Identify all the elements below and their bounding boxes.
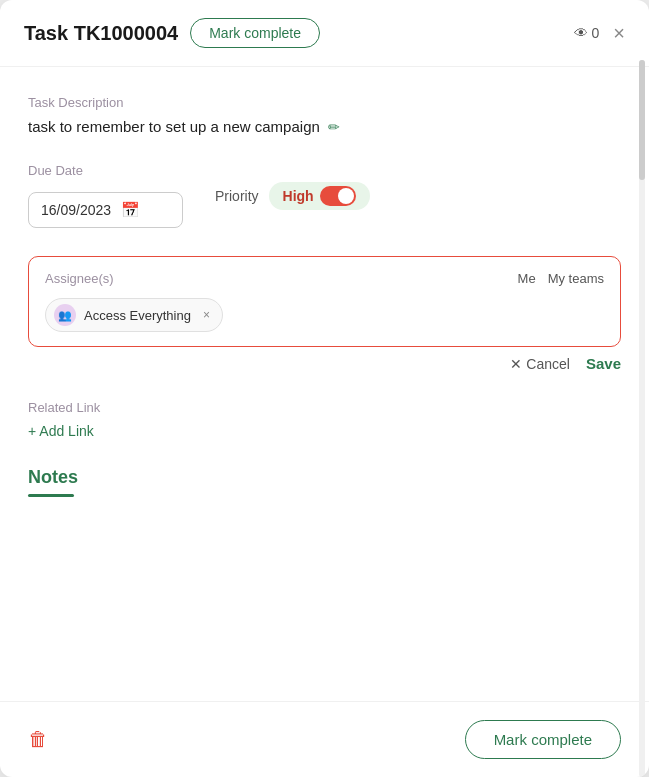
assignees-box: Assignee(s) Me My teams 👥 Access Everyth…: [28, 256, 621, 347]
notes-section: Notes: [28, 467, 621, 497]
me-link[interactable]: Me: [518, 271, 536, 286]
add-link-button[interactable]: + Add Link: [28, 423, 94, 439]
modal-header: Task TK1000004 Mark complete 👁 0 ×: [0, 0, 649, 67]
delete-button[interactable]: 🗑: [28, 728, 48, 751]
header-right: 👁 0 ×: [574, 23, 625, 43]
date-priority-row: Due Date 16/09/2023 📅 Priority High: [28, 163, 621, 228]
avatar-icon: 👥: [58, 309, 72, 322]
assignee-tag: 👥 Access Everything ×: [45, 298, 223, 332]
priority-badge: High: [269, 182, 370, 210]
notes-title: Notes: [28, 467, 621, 488]
related-link-label: Related Link: [28, 400, 621, 415]
my-teams-link[interactable]: My teams: [548, 271, 604, 286]
priority-label: Priority: [215, 188, 259, 204]
modal-title: Task TK1000004: [24, 22, 178, 45]
scrollbar-thumb[interactable]: [639, 60, 645, 180]
close-button[interactable]: ×: [613, 23, 625, 43]
trash-icon: 🗑: [28, 728, 48, 750]
cancel-label: Cancel: [526, 356, 570, 372]
modal-body: Task Description task to remember to set…: [0, 67, 649, 701]
date-value: 16/09/2023: [41, 202, 111, 218]
task-description-value: task to remember to set up a new campaig…: [28, 118, 320, 135]
cancel-icon: ✕: [510, 356, 522, 372]
view-count-value: 0: [592, 25, 600, 41]
mark-complete-footer-button[interactable]: Mark complete: [465, 720, 621, 759]
related-link-section: Related Link + Add Link: [28, 400, 621, 439]
assignees-header: Assignee(s) Me My teams: [45, 271, 604, 286]
cancel-save-row: ✕ Cancel Save: [28, 355, 621, 372]
task-description-section: Task Description task to remember to set…: [28, 95, 621, 135]
due-date-group: Due Date 16/09/2023 📅: [28, 163, 183, 228]
assignee-remove-button[interactable]: ×: [203, 308, 210, 322]
assignee-name: Access Everything: [84, 308, 191, 323]
save-button[interactable]: Save: [586, 355, 621, 372]
priority-toggle[interactable]: [320, 186, 356, 206]
priority-value: High: [283, 188, 314, 204]
assignee-tags-row: 👥 Access Everything ×: [45, 298, 604, 332]
priority-group: Priority High: [215, 182, 370, 210]
task-modal: Task TK1000004 Mark complete 👁 0 × Task …: [0, 0, 649, 777]
task-description-text-row: task to remember to set up a new campaig…: [28, 118, 621, 135]
due-date-label: Due Date: [28, 163, 183, 178]
modal-footer: 🗑 Mark complete: [0, 701, 649, 777]
calendar-icon: 📅: [121, 201, 140, 219]
mark-complete-header-button[interactable]: Mark complete: [190, 18, 320, 48]
assignees-label: Assignee(s): [45, 271, 114, 286]
view-count: 👁 0: [574, 25, 600, 41]
task-description-label: Task Description: [28, 95, 621, 110]
edit-icon[interactable]: ✏: [328, 119, 340, 135]
date-input[interactable]: 16/09/2023 📅: [28, 192, 183, 228]
avatar: 👥: [54, 304, 76, 326]
notes-underline: [28, 494, 74, 497]
eye-icon: 👁: [574, 25, 588, 41]
cancel-button[interactable]: ✕ Cancel: [510, 356, 570, 372]
assignee-links: Me My teams: [518, 271, 604, 286]
scrollbar-track: [639, 60, 645, 777]
